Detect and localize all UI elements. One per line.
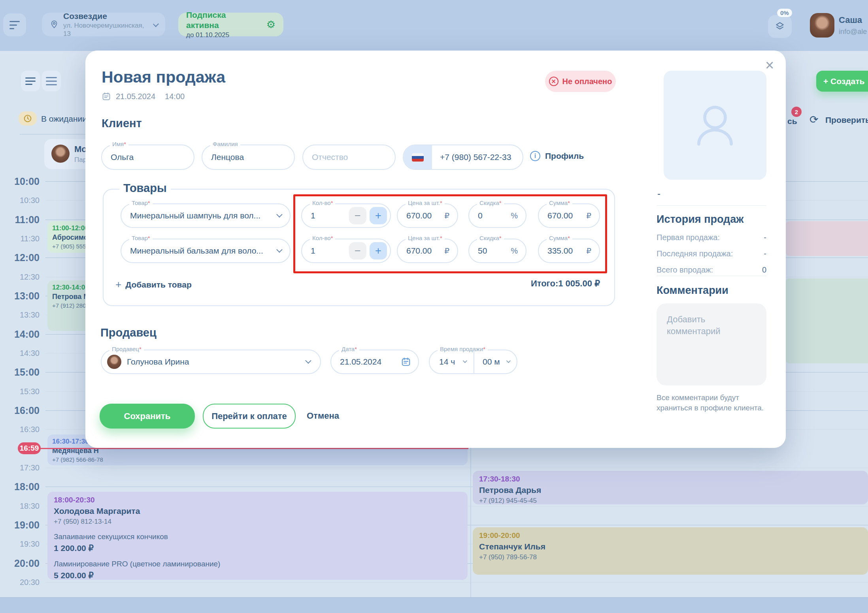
sale-date-field[interactable]: Дата* 21.05.2024: [330, 350, 419, 374]
header-divider: [20, 134, 85, 135]
russia-flag-icon: [412, 153, 424, 162]
phone-flag-segment[interactable]: [404, 145, 432, 169]
discount-value: 50: [478, 246, 487, 256]
stats-button[interactable]: [768, 15, 792, 38]
seller-avatar: [107, 355, 121, 369]
view-list-button[interactable]: [21, 71, 40, 91]
history-row: Всего впродаж: 0: [657, 265, 766, 275]
quantity-stepper[interactable]: Кол-во* 1 − +: [301, 239, 391, 263]
appointment-strip[interactable]: [786, 278, 868, 363]
first-name-field[interactable]: Имя* Ольга: [101, 145, 194, 170]
quantity-stepper[interactable]: Кол-во* 1 − +: [301, 203, 391, 228]
product-select[interactable]: Товар* Минеральный бальзам для воло...: [121, 239, 291, 263]
profile-link[interactable]: i Профиль: [530, 151, 584, 161]
seller-select[interactable]: Продавец* Голунова Ирина: [101, 350, 321, 374]
appointment-time: 17:30-18:30: [479, 475, 862, 483]
last-name-value: Ленцова: [211, 152, 244, 162]
discount-field[interactable]: Скидка* 50 %: [468, 239, 526, 263]
user-avatar[interactable]: [810, 13, 834, 38]
new-sale-modal: × Новая продажа 21.05.2024 14:00 ✕ Не оп…: [85, 51, 786, 448]
location-selector[interactable]: Созвездие ул. Новочеремушкинская, 13: [42, 13, 165, 36]
time-label: 16:00: [0, 404, 40, 416]
appointment-phone: +7 (912) 945-45-45: [479, 497, 862, 504]
qty-value: 1: [311, 211, 315, 220]
seller-name: Голунова Ирина: [127, 357, 189, 367]
appointment-name: Петрова Дарья: [479, 485, 862, 495]
discount-field[interactable]: Скидка* 0 %: [468, 203, 526, 228]
check-label[interactable]: Проверить с: [825, 115, 868, 125]
time-label: 20:30: [0, 577, 40, 587]
percent-suffix: %: [511, 211, 518, 220]
sum-field[interactable]: Сумма* 670.00 ₽: [538, 203, 600, 228]
phone-value: +7 (980) 567-22-33: [440, 152, 511, 162]
modal-title: Новая продажа: [102, 68, 225, 86]
history-value: -: [764, 233, 766, 242]
appointment-block[interactable]: 17:30-18:30 Петрова Дарья +7 (912) 945-4…: [473, 471, 868, 504]
appointment-time: 19:00-20:00: [479, 531, 862, 540]
chevron-down-icon: [276, 246, 283, 253]
gear-icon[interactable]: ⚙: [266, 19, 275, 30]
appointment-phone: +7 (950) 812-13-14: [54, 518, 461, 526]
create-button[interactable]: + Создать: [816, 71, 868, 92]
refresh-icon[interactable]: ⟳: [810, 113, 819, 126]
history-label: Всего впродаж:: [657, 265, 713, 275]
modal-date-row: 21.05.2024 14:00: [102, 92, 185, 101]
add-product-button[interactable]: + Добавить товар: [115, 278, 192, 291]
pay-button[interactable]: Перейти к оплате: [203, 404, 296, 429]
chevron-down-icon: [506, 359, 511, 363]
profile-link-label: Профиль: [545, 151, 584, 161]
time-label: 10:30: [0, 196, 40, 205]
status-badge: ✕ Не оплачено: [545, 71, 616, 92]
list-icon: [25, 77, 36, 79]
appointment-service: Ламинирование PRO (цветное ламинирование…: [54, 560, 461, 568]
sum-field[interactable]: Сумма* 335.00 ₽: [538, 239, 600, 263]
time-label: 15:30: [0, 387, 40, 396]
sale-hours-value: 14 ч: [439, 357, 455, 367]
view-grid-button[interactable]: [42, 71, 61, 91]
plus-button[interactable]: +: [370, 242, 387, 259]
plus-button[interactable]: +: [370, 207, 387, 224]
appointment-strip[interactable]: [786, 221, 868, 256]
save-button[interactable]: Сохранить: [100, 404, 195, 429]
last-name-field[interactable]: Фамилия Ленцова: [202, 145, 295, 170]
pending-label: В ожидании: [41, 114, 87, 124]
subscription-chip[interactable]: Подписка активна до 01.10.2025 ⚙: [178, 13, 283, 36]
time-label: 12:00: [0, 252, 40, 263]
price-label: Цена за шт.: [408, 199, 440, 206]
time-label: 18:30: [0, 501, 40, 510]
middle-name-field[interactable]: Отчество: [302, 145, 396, 170]
grid-line: [45, 468, 868, 468]
close-icon[interactable]: ×: [765, 58, 774, 73]
appointment-time: 18:00-20:30: [54, 496, 461, 504]
minus-button[interactable]: −: [349, 207, 366, 224]
client-photo-placeholder: [664, 71, 766, 180]
date-label: Дата: [342, 346, 355, 352]
products-heading: Товары: [119, 182, 171, 195]
calendar-icon: [401, 357, 411, 367]
price-field[interactable]: Цена за шт.* 670.00 ₽: [397, 203, 458, 228]
appointment-block[interactable]: 19:00-20:00 Степанчук Илья +7 (950) 789-…: [473, 527, 868, 575]
menu-button[interactable]: [3, 13, 26, 36]
check-fragment[interactable]: сь: [787, 117, 797, 126]
discount-label: Скидка: [479, 235, 499, 241]
seller-label: Продавец: [112, 346, 139, 352]
status-label: Не оплачено: [562, 77, 612, 86]
current-time-line: [40, 448, 468, 449]
chevron-down-icon: [305, 357, 311, 364]
qty-label: Кол-во: [312, 199, 331, 206]
first-name-value: Ольга: [111, 152, 134, 162]
appointment-block[interactable]: 18:00-20:30 Холодова Маргарита +7 (950) …: [47, 492, 468, 580]
app-root: 10:0010:3011:0011:3012:0012:3013:0013:30…: [0, 0, 868, 613]
phone-field[interactable]: +7 (980) 567-22-33: [403, 145, 523, 170]
grid-line: [45, 582, 868, 583]
cancel-button[interactable]: Отмена: [307, 411, 339, 421]
minus-button[interactable]: −: [349, 242, 366, 259]
info-icon: i: [530, 151, 540, 161]
product-select[interactable]: Товар* Минеральный шампунь для вол...: [121, 203, 291, 228]
sale-time-field[interactable]: Время продажи* 14 ч 00 м: [429, 350, 517, 374]
sum-label: Сумма: [549, 199, 568, 206]
pending-clock-chip[interactable]: [19, 111, 37, 126]
price-field[interactable]: Цена за шт.* 670.00 ₽: [397, 239, 458, 263]
comment-input[interactable]: [657, 303, 766, 385]
total-label: Итого:: [531, 278, 558, 288]
